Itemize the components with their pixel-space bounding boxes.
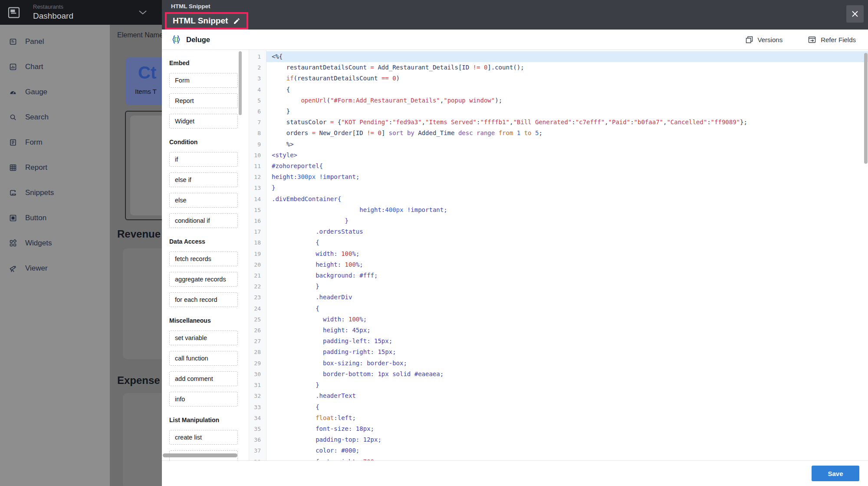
- code-line-content: padding-left: 15px;: [266, 336, 868, 347]
- edit-pencil-icon[interactable]: [233, 17, 240, 25]
- code-line-content: height:300px !important;: [266, 172, 868, 182]
- sidebar-item-label: Snippets: [25, 188, 54, 197]
- line-number: 11: [249, 161, 266, 172]
- code-line: 9 %>: [249, 139, 868, 150]
- code-line-content: orders = New_Order[ID != 0] sort by Adde…: [266, 128, 868, 139]
- line-number: 6: [249, 106, 266, 117]
- code-line-content: color: #000;: [266, 445, 868, 456]
- code-line-content: %>: [266, 139, 868, 150]
- expense-card: [123, 393, 162, 486]
- palette-item-Widget[interactable]: Widget: [169, 114, 238, 129]
- palette-item-set-variable[interactable]: set variable: [169, 331, 238, 345]
- sidebar-item-panel[interactable]: Panel: [0, 29, 110, 54]
- modal-title: HTML Snippet: [173, 16, 228, 26]
- line-number: 26: [249, 325, 266, 336]
- palette-item-else[interactable]: else: [169, 193, 238, 208]
- sidebar-item-form[interactable]: Form: [0, 130, 110, 155]
- code-line: 15 height:400px !important;: [249, 205, 868, 215]
- line-number: 28: [249, 347, 266, 357]
- palette-item-else-if[interactable]: else if: [169, 172, 238, 187]
- code-line-content: padding-top: 12px;: [266, 434, 868, 445]
- code-line: 6 }: [249, 106, 868, 117]
- sidebar-item-gauge[interactable]: Gauge: [0, 79, 110, 105]
- line-number: 22: [249, 281, 266, 292]
- code-line: 35 font-size: 18px;: [249, 423, 868, 434]
- code-area[interactable]: 1<%{2 restaurantDetailsCount = Add_Resta…: [249, 50, 868, 460]
- save-button[interactable]: Save: [812, 466, 859, 481]
- sidebar-item-label: Gauge: [25, 88, 47, 96]
- code-line: 24 {: [249, 303, 868, 314]
- modal-body: EmbedFormReportWidgetConditionifelse ife…: [162, 50, 868, 460]
- sidebar-item-report[interactable]: Report: [0, 155, 110, 180]
- code-line-content: font-size: 18px;: [266, 423, 868, 434]
- palette-item-conditional-if[interactable]: conditional if: [169, 213, 238, 228]
- palette-section-title: Miscellaneous: [169, 317, 243, 324]
- html-snippet-modal: HTML Snippet HTML Snippet Deluge: [162, 0, 868, 486]
- sidebar-item-button[interactable]: Button: [0, 205, 110, 231]
- line-number: 4: [249, 84, 266, 95]
- palette-item-Report[interactable]: Report: [169, 93, 238, 108]
- code-line-content: {: [266, 303, 868, 314]
- code-line-content: height: 100%;: [266, 259, 868, 270]
- palette-item-call-function[interactable]: call function: [169, 351, 238, 366]
- line-number: 38: [249, 456, 266, 460]
- sidebar-item-viewer[interactable]: Viewer: [0, 256, 110, 281]
- code-line: 37 color: #000;: [249, 445, 868, 456]
- versions-button[interactable]: Versions: [745, 36, 783, 44]
- line-number: 19: [249, 248, 266, 259]
- palette-item-if[interactable]: if: [169, 152, 238, 167]
- palette-item-aggregate-records[interactable]: aggregate records: [169, 272, 238, 287]
- code-line-content: }: [266, 215, 868, 226]
- code-line: 23 .headerDiv: [249, 292, 868, 303]
- code-line-content: .headerDiv: [266, 292, 868, 303]
- code-line: 30 border-bottom: 1px solid #eaeaea;: [249, 369, 868, 380]
- close-button[interactable]: [846, 5, 864, 23]
- sidebar-item-chart[interactable]: Chart: [0, 54, 110, 79]
- modal-breadcrumb-title: HTML Snippet: [171, 3, 210, 10]
- deluge-palette: EmbedFormReportWidgetConditionifelse ife…: [162, 50, 243, 460]
- sidebar-item-widgets[interactable]: Widgets: [0, 231, 110, 256]
- palette-horizontal-scrollbar[interactable]: [163, 453, 237, 457]
- code-editor[interactable]: 1<%{2 restaurantDetailsCount = Add_Resta…: [249, 50, 868, 460]
- snippets-icon: [9, 189, 17, 197]
- refer-fields-button[interactable]: Refer Fields: [808, 36, 856, 44]
- code-line: 32 .headerText: [249, 390, 868, 401]
- palette-item-add-comment[interactable]: add comment: [169, 371, 238, 386]
- metric-card: Ct ( Items T: [126, 57, 162, 105]
- code-line-content: #zohoreportel{: [266, 161, 868, 172]
- code-line-content: }: [266, 281, 868, 292]
- code-line-content: <%{: [266, 51, 868, 62]
- code-line-content: openUrl("#Form:Add_Restaurant_Details","…: [266, 95, 868, 106]
- line-number: 3: [249, 73, 266, 84]
- code-line-content: }: [266, 380, 868, 390]
- palette-section-title: Condition: [169, 139, 243, 145]
- sidebar-item-snippets[interactable]: Snippets: [0, 180, 110, 205]
- palette-item-create-list[interactable]: create list: [169, 430, 238, 445]
- sidebar-item-label: Button: [25, 214, 46, 222]
- code-line: 7 statusColor = {"KOT Pending":"fed9a3",…: [249, 117, 868, 128]
- sidebar-item-label: Form: [25, 138, 43, 147]
- modal-toolbar: Deluge Versions Refer Fields: [162, 30, 868, 50]
- code-line: 31 }: [249, 380, 868, 390]
- code-line-content: font-weight: 700;: [266, 456, 868, 460]
- palette-vertical-scrollbar[interactable]: [239, 51, 242, 115]
- code-line-content: }: [266, 106, 868, 117]
- line-number: 21: [249, 270, 266, 281]
- editor-vertical-scrollbar[interactable]: [864, 53, 868, 164]
- code-line: 27 padding-left: 15px;: [249, 336, 868, 347]
- code-line: 4 {: [249, 84, 868, 95]
- chevron-down-icon[interactable]: [138, 10, 148, 16]
- line-number: 17: [249, 226, 266, 237]
- palette-item-fetch-records[interactable]: fetch records: [169, 251, 238, 266]
- sidebar-item-search[interactable]: Search: [0, 105, 110, 130]
- code-line: 21 background: #fff;: [249, 270, 868, 281]
- palette-item-for-each-record[interactable]: for each record: [169, 292, 238, 307]
- palette-item-info[interactable]: info: [169, 392, 238, 407]
- line-number: 27: [249, 336, 266, 347]
- app-name: Restaurants: [33, 3, 63, 10]
- refer-fields-label: Refer Fields: [821, 36, 856, 43]
- line-number: 18: [249, 237, 266, 248]
- screen: Panel Chart Gauge Search Form Report: [0, 0, 868, 486]
- line-number: 16: [249, 215, 266, 226]
- palette-item-Form[interactable]: Form: [169, 73, 238, 88]
